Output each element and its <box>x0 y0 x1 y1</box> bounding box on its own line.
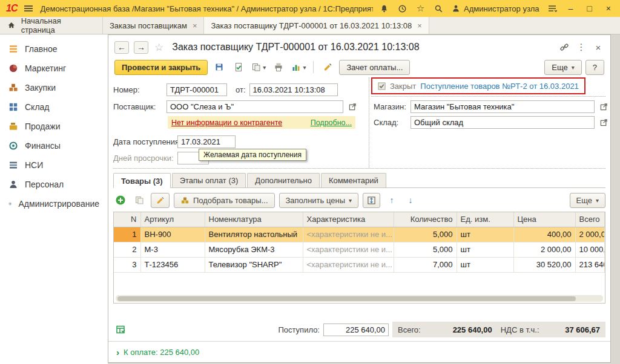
tab-supplier-order-document[interactable]: Заказ поставщику ТДРТ-000001 от 16.03.20… <box>204 17 429 34</box>
fill-prices-button[interactable]: Заполнить цены ▾ <box>279 193 359 208</box>
post-document-button[interactable] <box>231 60 246 74</box>
sidebar-item-administration[interactable]: Администрирование <box>0 194 108 213</box>
forward-arrow-button[interactable]: → <box>134 41 148 54</box>
open-shop-icon[interactable] <box>598 102 609 112</box>
table-row[interactable]: 3 Т-123456 Телевизор "SHARP" <характерис… <box>114 257 605 272</box>
cell-n[interactable]: 2 <box>114 242 140 257</box>
reports-button[interactable]: ▾ <box>290 60 307 74</box>
maximize-button[interactable]: □ <box>584 4 595 13</box>
table-settings-button[interactable] <box>363 193 380 208</box>
close-window-button[interactable]: × <box>603 4 614 13</box>
table-row[interactable]: 1 ВН-900 Вентилятор настольный <характер… <box>114 227 605 242</box>
warehouse-field[interactable]: Общий склад <box>411 116 595 129</box>
edit-pencil-button[interactable] <box>320 60 335 74</box>
notifications-bell-icon[interactable] <box>379 4 389 14</box>
close-tab-icon[interactable]: × <box>193 21 197 30</box>
closed-checkbox[interactable] <box>378 82 386 90</box>
edit-row-button[interactable] <box>151 193 170 208</box>
open-supplier-icon[interactable] <box>347 102 358 112</box>
sidebar-item-nsi[interactable]: НСИ <box>0 155 108 175</box>
cell-n[interactable]: 3 <box>114 257 140 272</box>
arrival-date-field[interactable]: 17.03.2021 <box>177 135 236 148</box>
sidebar-item-main[interactable]: Главное <box>0 39 108 59</box>
tab-comment[interactable]: Комментарий <box>321 173 386 187</box>
help-button[interactable]: ? <box>585 60 604 75</box>
to-pay-link[interactable]: К оплате: 225 640,00 <box>124 348 199 357</box>
scrollbar-thumb[interactable] <box>117 296 576 301</box>
sidebar-item-marketing[interactable]: Маркетинг <box>0 59 108 78</box>
number-field[interactable]: ТДРТ-000001 <box>167 83 227 96</box>
more-button[interactable]: Еще▾ <box>544 60 581 75</box>
sidebar-item-warehouse[interactable]: Склад <box>0 97 108 117</box>
favorites-star-icon[interactable]: ☆ <box>415 4 426 14</box>
expand-chevron-icon[interactable]: › <box>116 347 119 357</box>
post-and-close-button[interactable]: Провести и закрыть <box>114 60 208 75</box>
cell-nomenclature[interactable]: Телевизор "SHARP" <box>205 257 303 272</box>
get-link-icon[interactable] <box>558 41 570 53</box>
cell-price[interactable]: 2 000,00 <box>513 242 575 257</box>
add-row-button[interactable] <box>113 193 128 207</box>
main-menu-icon[interactable] <box>23 4 34 13</box>
cell-n[interactable]: 1 <box>114 227 140 242</box>
cell-unit[interactable]: шт <box>457 257 513 272</box>
open-warehouse-icon[interactable] <box>598 117 609 128</box>
history-clock-icon[interactable] <box>397 4 407 14</box>
more-kebab-icon[interactable]: ⋮ <box>575 41 587 53</box>
cell-article[interactable]: Т-123456 <box>140 257 205 272</box>
horizontal-scrollbar[interactable] <box>116 295 603 302</box>
tab-payment-stages[interactable]: Этапы оплат (3) <box>172 173 246 187</box>
current-user[interactable]: Администратор узла <box>452 4 539 13</box>
payment-offset-button[interactable]: Зачет оплаты... <box>339 60 410 75</box>
move-up-button[interactable]: ↑ <box>384 193 399 207</box>
cell-characteristic[interactable]: <характеристики не и... <box>303 242 394 257</box>
save-button[interactable] <box>211 60 227 74</box>
sidebar-item-personnel[interactable]: Персонал <box>0 175 108 194</box>
table-more-button[interactable]: Еще ▾ <box>570 193 605 208</box>
goods-receipt-link[interactable]: Поступление товаров №РТ-2 от 16.03.2021 <box>420 82 579 91</box>
back-arrow-button[interactable]: ← <box>114 41 129 54</box>
sidebar-item-sales[interactable]: Продажи <box>0 117 108 136</box>
cell-quantity[interactable]: 7,000 <box>394 257 457 272</box>
tab-additional[interactable]: Дополнительно <box>247 173 320 187</box>
create-based-on-button[interactable]: ▾ <box>250 60 267 74</box>
cell-total[interactable]: 213 640,00 <box>575 257 605 272</box>
favorite-star-icon[interactable]: ☆ <box>154 41 163 54</box>
cell-article[interactable]: М-3 <box>140 242 205 257</box>
cell-characteristic[interactable]: <характеристики не и... <box>303 257 394 272</box>
close-form-icon[interactable]: × <box>592 41 604 53</box>
cell-article[interactable]: ВН-900 <box>140 227 205 242</box>
service-settings-icon[interactable] <box>547 4 558 14</box>
minimize-button[interactable]: – <box>566 4 576 13</box>
shop-field[interactable]: Магазин "Бытовая техника" <box>411 100 595 113</box>
sidebar-item-finance[interactable]: Финансы <box>0 136 108 155</box>
tab-goods[interactable]: Товары (3) <box>113 173 171 188</box>
cell-characteristic[interactable]: <характеристики не и... <box>303 227 394 242</box>
cell-total[interactable]: 10 000,00 <box>575 242 605 257</box>
cell-nomenclature[interactable]: Вентилятор настольный <box>205 227 303 242</box>
table-row[interactable]: 2 М-3 Мясорубка ЭКМ-3 <характеристики не… <box>114 242 605 257</box>
total-label: Всего: <box>398 325 421 334</box>
search-icon[interactable] <box>434 4 444 14</box>
cell-price[interactable]: 30 520,00 <box>513 257 575 272</box>
pick-goods-button[interactable]: Подобрать товары... <box>174 193 275 208</box>
counterparty-warning-link[interactable]: Нет информации о контрагенте <box>171 119 282 127</box>
sidebar-item-purchases[interactable]: Закупки <box>0 78 108 97</box>
cell-price[interactable]: 400,00 <box>513 227 575 242</box>
cell-quantity[interactable]: 5,000 <box>394 242 457 257</box>
cell-quantity[interactable]: 5,000 <box>394 227 457 242</box>
cell-unit[interactable]: шт <box>457 242 513 257</box>
cell-nomenclature[interactable]: Мясорубка ЭКМ-3 <box>205 242 303 257</box>
cell-unit[interactable]: шт <box>457 227 513 242</box>
related-documents-icon[interactable] <box>113 322 128 337</box>
move-down-button[interactable]: ↓ <box>403 193 418 207</box>
print-button[interactable] <box>271 60 286 74</box>
supplier-field[interactable]: ООО "Слеза и Ъ" <box>167 100 343 113</box>
cell-total[interactable]: 2 000,00 <box>575 227 605 242</box>
copy-row-button[interactable] <box>132 193 147 207</box>
home-tab[interactable]: Начальная страница <box>0 17 103 34</box>
date-field[interactable]: 16.03.2021 10:13:08 <box>249 83 338 96</box>
details-link[interactable]: Подробно... <box>311 119 352 127</box>
received-field[interactable]: 225 640,00 <box>323 323 389 336</box>
close-tab-icon[interactable]: × <box>417 21 422 30</box>
tab-supplier-orders[interactable]: Заказы поставщикам × <box>103 17 204 34</box>
